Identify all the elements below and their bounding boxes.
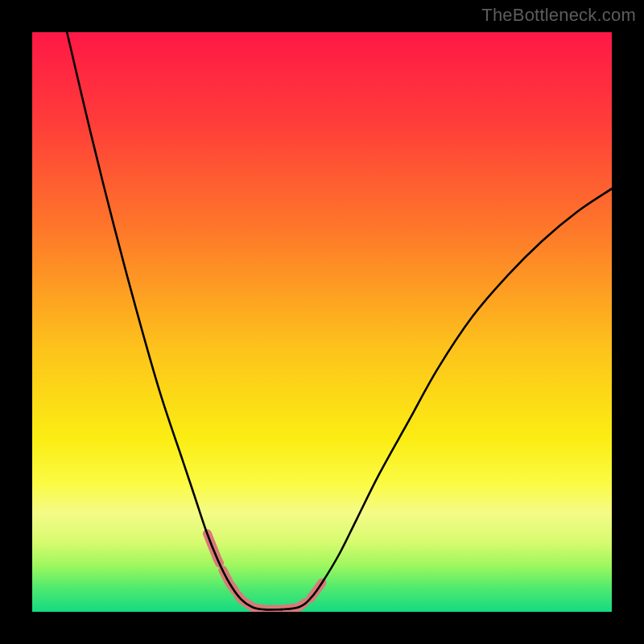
svg-rect-0 xyxy=(32,32,612,612)
gradient-background xyxy=(32,32,612,612)
watermark-text: TheBottleneck.com xyxy=(481,5,636,26)
chart-frame: TheBottleneck.com xyxy=(0,0,644,644)
plot-area xyxy=(32,32,612,612)
